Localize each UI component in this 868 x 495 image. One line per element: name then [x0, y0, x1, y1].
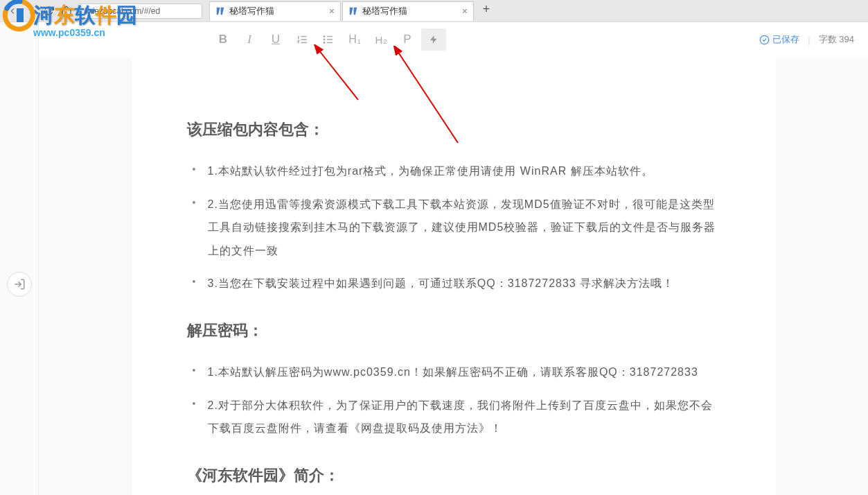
document-area: 该压缩包内容包含： 1.本站默认软件经过打包为rar格式，为确保正常使用请使用 …: [39, 57, 868, 495]
list-item: 2.对于部分大体积软件，为了保证用户的下载速度，我们将附件上传到了百度云盘中，如…: [208, 394, 720, 440]
add-tab-icon[interactable]: +: [478, 1, 495, 18]
svg-point-8: [324, 39, 325, 40]
tab-2[interactable]: 秘塔写作猫 ×: [342, 1, 474, 21]
browser-top-bar: //xiezuocat.com/#/ed 秘塔写作猫 × 秘塔写作猫 × +: [0, 0, 868, 22]
bold-button[interactable]: B: [211, 28, 236, 51]
tab-title: 秘塔写作猫: [362, 5, 407, 17]
forward-icon[interactable]: [24, 4, 37, 18]
format-toolbar: B I U H1 H2 P 已保存 | 字数 394: [39, 22, 868, 57]
section-heading-1: 该压缩包内容包含：: [187, 119, 720, 140]
word-count: 字数 394: [819, 33, 854, 46]
saved-status: 已保存: [759, 33, 799, 46]
list-item: 1.本站默认解压密码为www.pc0359.cn！如果解压密码不正确，请联系客服…: [208, 361, 720, 384]
section-heading-3: 《河东软件园》简介：: [187, 465, 720, 486]
list-item: 1.本站默认软件经过打包为rar格式，为确保正常使用请使用 WinRAR 解压本…: [208, 159, 720, 183]
tab-close-icon[interactable]: ×: [329, 6, 335, 17]
saved-label: 已保存: [772, 33, 799, 46]
list-1: 1.本站默认软件经过打包为rar格式，为确保正常使用请使用 WinRAR 解压本…: [187, 159, 720, 295]
favicon-icon: [348, 6, 358, 16]
italic-button[interactable]: I: [237, 28, 262, 51]
svg-point-10: [761, 35, 770, 44]
bolt-button[interactable]: [421, 28, 446, 51]
tab-strip: 秘塔写作猫 × 秘塔写作猫 × +: [209, 1, 495, 21]
underline-button[interactable]: U: [263, 28, 288, 51]
document[interactable]: 该压缩包内容包含： 1.本站默认软件经过打包为rar格式，为确保正常使用请使用 …: [132, 57, 776, 495]
url-text: //xiezuocat.com/#/ed: [84, 6, 160, 16]
home-icon[interactable]: [60, 4, 73, 18]
tab-1[interactable]: 秘塔写作猫 ×: [209, 1, 341, 21]
editor-wrap: B I U H1 H2 P 已保存 | 字数 394 该压缩包: [39, 22, 868, 495]
ordered-list-button[interactable]: [290, 28, 315, 51]
main-area: B I U H1 H2 P 已保存 | 字数 394 该压缩包: [0, 22, 868, 495]
check-circle-icon: [759, 35, 770, 45]
status-area: 已保存 | 字数 394: [759, 33, 854, 46]
list-item: 2.当您使用迅雷等搜索资源模式下载工具下载本站资源，发现MD5值验证不对时，很可…: [208, 193, 720, 263]
address-bar[interactable]: //xiezuocat.com/#/ed: [78, 3, 202, 19]
tab-title: 秘塔写作猫: [229, 5, 274, 17]
list-item: 3.当您在下载安装过程中如果遇到问题，可通过联系QQ：3187272833 寻求…: [208, 272, 720, 295]
svg-point-9: [324, 42, 325, 44]
paragraph-button[interactable]: P: [395, 28, 420, 51]
left-sidebar: [0, 22, 39, 495]
unordered-list-button[interactable]: [316, 28, 341, 51]
favicon-icon: [215, 6, 225, 16]
reload-icon[interactable]: [42, 4, 55, 18]
list-2: 1.本站默认解压密码为www.pc0359.cn！如果解压密码不正确，请联系客服…: [187, 361, 720, 440]
section-heading-2: 解压密码：: [187, 320, 720, 341]
divider: |: [808, 35, 810, 45]
svg-point-7: [324, 36, 325, 37]
h2-button[interactable]: H2: [369, 28, 393, 51]
back-icon[interactable]: [6, 4, 19, 18]
collapse-button[interactable]: [7, 272, 32, 297]
h1-button[interactable]: H1: [342, 28, 367, 51]
tab-close-icon[interactable]: ×: [462, 6, 468, 17]
